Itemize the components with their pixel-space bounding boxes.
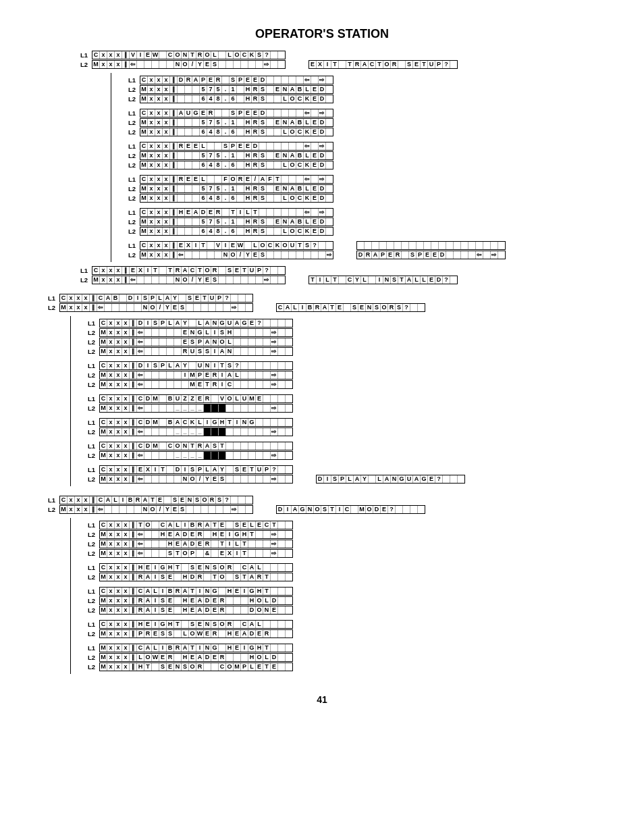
lcd-side: EXIT TRACTOR SETUP? — [308, 60, 458, 69]
lcd-row: Mxxx‖⇦NO/YES⇨ — [92, 276, 286, 284]
line-label: L2 — [41, 506, 59, 513]
lcd-row: Mxxx‖⇦ESPANOL⇨ — [99, 338, 293, 346]
line-label: L1 — [80, 588, 99, 595]
line-label: L2 — [80, 654, 99, 661]
lcd-row: Mxxx‖⇦RUSSIAN⇨ — [99, 347, 293, 356]
lcd-row: Mxxx‖CALIBRATING HEIGHT — [99, 644, 293, 652]
line-label: L2 — [80, 531, 99, 538]
lcd-row: Cxxx‖CDM BUZZER VOLUME — [99, 394, 293, 403]
line-label: L2 — [41, 304, 59, 311]
lcd-row: Cxxx‖DRAPER SPEED⇦⇨ — [140, 76, 333, 84]
lcd-side — [356, 241, 506, 250]
line-label: L2 — [80, 630, 99, 637]
lcd-side: TILT CYL INSTALLED? — [308, 276, 458, 284]
lcd-row: Mxxx‖⇦NO/YES⇨ — [92, 60, 286, 69]
lcd-side: CALIBRATE SENSORS? — [276, 303, 425, 312]
line-label: L2 — [80, 550, 99, 557]
line-label: L2 — [121, 152, 140, 159]
lcd-row: Mxxx‖⇦IMPERIAL⇨ — [99, 371, 293, 380]
lcd-row: Mxxx‖⇦HEADER HEIGHT⇨ — [99, 530, 293, 539]
line-label: L2 — [121, 119, 140, 126]
lcd-row: Mxxx‖RAISE HEADERHOLD — [99, 596, 293, 605]
line-label: L2 — [80, 540, 99, 548]
menu-tree: L1 Cxxx‖VIEW CONTROL LOCKS? L2 Mxxx‖⇦NO/… — [41, 51, 603, 674]
lcd-row: Cxxx‖HEIGHT SENSOR CAL — [99, 620, 293, 629]
line-label: L1 — [121, 176, 140, 183]
lcd-row: Mxxx‖575.1HRSENABLED — [140, 217, 333, 226]
line-label: L1 — [121, 242, 140, 249]
lcd-row: Mxxx‖⇦NO/YES⇨ — [59, 303, 253, 312]
lcd-row: Cxxx‖CALIBRATING HEIGHT — [99, 587, 293, 596]
line-label: L1 — [80, 362, 99, 369]
lcd-row: Mxxx‖PRESS LOWER HEADER — [99, 629, 293, 638]
line-label: L2 — [80, 329, 99, 336]
lcd-row: Mxxx‖575.1HRSENABLED — [140, 151, 333, 160]
line-label: L2 — [73, 61, 92, 68]
line-label: L2 — [80, 452, 99, 459]
lcd-row: Mxxx‖575.1HRSENABLED — [140, 85, 333, 94]
lcd-row: Mxxx‖⇦____⇨ — [99, 451, 293, 460]
lcd-row: Cxxx‖DISPLAY LANGUAGE? — [99, 319, 293, 328]
lcd-row: Mxxx‖RAISE HEADERDONE — [99, 606, 293, 615]
page-title: OPERATOR'S STATION — [41, 27, 603, 41]
lcd-row: Cxxx‖TO CALIBRATE SELECT — [99, 521, 293, 529]
line-label: L1 — [80, 644, 99, 652]
lcd-row: Mxxx‖648.6HRSLOCKED — [140, 227, 333, 236]
line-label: L2 — [80, 371, 99, 379]
lcd-row: Mxxx‖648.6HRSLOCKED — [140, 194, 333, 203]
line-label: L2 — [80, 338, 99, 346]
line-label: L1 — [121, 209, 140, 216]
lcd-row: Mxxx‖575.1HRSENABLED — [140, 118, 333, 127]
line-label: L2 — [80, 381, 99, 388]
lcd-row: Mxxx‖648.6HRSLOCKED — [140, 95, 333, 103]
lcd-row: Mxxx‖HT SENSORCOMPLETE — [99, 662, 293, 671]
line-label: L2 — [80, 475, 99, 483]
line-label: L1 — [80, 442, 99, 450]
line-label: L1 — [80, 419, 99, 426]
lcd-row: Mxxx‖⇦ENGLISH⇨ — [99, 328, 293, 337]
line-label: L1 — [73, 267, 92, 274]
lcd-row: Mxxx‖⇦METRIC⇨ — [99, 380, 293, 389]
lcd-row: Cxxx‖EXIT DISPLAY SETUP? — [99, 465, 293, 474]
line-label: L1 — [41, 294, 59, 302]
line-label: L2 — [121, 194, 140, 202]
line-label: L2 — [80, 428, 99, 436]
lcd-row: Cxxx‖AUGER SPEED⇦⇨ — [140, 109, 333, 118]
line-label: L2 — [121, 185, 140, 192]
line-label: L2 — [80, 597, 99, 604]
lcd-side: DRAPER SPEED⇦⇨ — [356, 251, 506, 259]
lcd-row: Mxxx‖⇦NO/YES⇨ — [140, 251, 333, 259]
lcd-row: Cxxx‖CDM BACKLIGHTING — [99, 418, 293, 427]
lcd-row: Cxxx‖REEL FORE/AFT⇦⇨ — [140, 175, 333, 184]
page-number: 41 — [41, 694, 603, 705]
line-label: L2 — [73, 276, 92, 284]
line-label: L1 — [73, 51, 92, 59]
line-label: L2 — [80, 573, 99, 581]
lcd-row: Cxxx‖VIEW CONTROL LOCKS? — [92, 51, 286, 59]
line-label: L1 — [80, 564, 99, 571]
line-label: L2 — [121, 228, 140, 235]
line-label: L2 — [121, 86, 140, 93]
lcd-row: Cxxx‖CAB DISPLAY SETUP? — [59, 294, 253, 303]
lcd-side: DIAGNOSTIC MODE? — [276, 505, 425, 514]
line-label: L2 — [80, 405, 99, 412]
line-label: L1 — [121, 76, 140, 84]
lcd-row: Cxxx‖REEL SPEED⇦⇨ — [140, 142, 333, 151]
lcd-row: Mxxx‖RAISE HDR TO START — [99, 573, 293, 581]
lcd-row: Cxxx‖EXIT TRACTOR SETUP? — [92, 266, 286, 275]
line-label: L1 — [121, 109, 140, 117]
lcd-row: Mxxx‖648.6HRSLOCKED — [140, 128, 333, 136]
lcd-row: Cxxx‖EXIT VIEW LOCKOUTS? — [140, 241, 333, 250]
line-label: L2 — [80, 663, 99, 671]
line-label: L1 — [80, 395, 99, 402]
lcd-row: Cxxx‖CDM CONTRAST — [99, 442, 293, 450]
lcd-row: Mxxx‖⇦HEADER TILT⇨ — [99, 540, 293, 548]
line-label: L1 — [121, 142, 140, 150]
lcd-row: Mxxx‖⇦____⇨ — [99, 404, 293, 413]
line-label: L1 — [80, 466, 99, 473]
lcd-row: Mxxx‖⇦NO/YES⇨ — [59, 505, 253, 514]
lcd-row: Mxxx‖LOWER HEADERHOLD — [99, 653, 293, 662]
lcd-row: Cxxx‖HEIGHT SENSOR CAL — [99, 563, 293, 572]
line-label: L2 — [80, 348, 99, 355]
line-label: L1 — [80, 319, 99, 327]
